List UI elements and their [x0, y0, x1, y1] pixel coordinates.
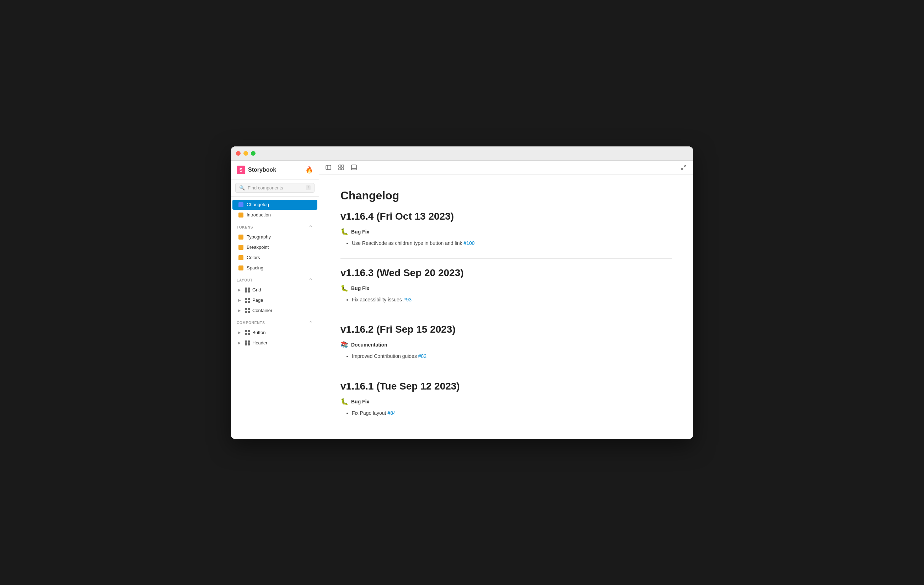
svg-rect-6 [351, 165, 356, 170]
traffic-lights [236, 151, 256, 156]
bug-fix-emoji: 🐛 [340, 284, 348, 292]
sidebar: S Storybook 🔥 🔍 Find components / [231, 160, 319, 439]
svg-rect-4 [339, 168, 341, 170]
sidebar-item-label: Introduction [247, 212, 271, 218]
section-components: COMPONENTS ⌃ [231, 316, 319, 327]
bug-fix-emoji: 🐛 [340, 398, 348, 405]
change-list: Use ReactNode as children type in button… [340, 239, 672, 247]
sidebar-item-page[interactable]: ▶ Page [233, 295, 317, 305]
svg-rect-0 [326, 165, 331, 170]
section-layout: LAYOUT ⌃ [231, 273, 319, 285]
doc-emoji: 📚 [340, 341, 348, 349]
app-body: S Storybook 🔥 🔍 Find components / [231, 160, 693, 439]
sidebar-toggle-button[interactable] [323, 162, 333, 172]
sidebar-item-label: Container [252, 308, 272, 313]
sidebar-item-spacing[interactable]: Spacing [233, 263, 317, 273]
section-tokens-label: TOKENS [237, 225, 253, 229]
change-type-label: Bug Fix [351, 229, 369, 235]
list-item: Improved Contribution guides #82 [352, 352, 672, 360]
bug-fix-emoji: 🐛 [340, 228, 348, 236]
sidebar-search: 🔍 Find components / [231, 180, 319, 197]
change-text: Improved Contribution guides [352, 353, 418, 359]
sidebar-item-label: Header [252, 340, 267, 345]
change-link[interactable]: #82 [418, 353, 426, 359]
expand-arrow-icon: ▶ [238, 341, 243, 345]
fire-icon[interactable]: 🔥 [305, 166, 313, 174]
sidebar-icon [325, 165, 331, 170]
doc-icon [238, 234, 244, 240]
change-list: Fix accessibility issues #93 [340, 296, 672, 304]
change-list: Improved Contribution guides #82 [340, 352, 672, 360]
section-layout-label: LAYOUT [237, 278, 252, 282]
grid-icon [244, 340, 250, 346]
sidebar-item-container[interactable]: ▶ Container [233, 306, 317, 316]
sidebar-item-label: Colors [247, 255, 260, 260]
sidebar-item-introduction[interactable]: Introduction [233, 210, 317, 220]
grid-view-icon [338, 165, 344, 170]
section-components-toggle[interactable]: ⌃ [309, 320, 313, 326]
expand-arrow-icon: ▶ [238, 288, 243, 292]
version-section-v1163: v1.16.3 (Wed Sep 20 2023) 🐛 Bug Fix Fix … [340, 267, 672, 304]
doc-icon [238, 245, 244, 250]
sidebar-item-colors[interactable]: Colors [233, 253, 317, 263]
change-link[interactable]: #93 [403, 297, 411, 302]
section-tokens: TOKENS ⌃ [231, 220, 319, 232]
expand-icon [351, 165, 357, 170]
change-text: Use ReactNode as children type in button… [352, 240, 464, 246]
section-divider [340, 315, 672, 315]
grid-icon [244, 330, 250, 335]
change-type: 🐛 Bug Fix [340, 398, 672, 405]
change-list: Fix Page layout #84 [340, 409, 672, 417]
sidebar-item-button[interactable]: ▶ Button [233, 328, 317, 338]
version-section-v1161: v1.16.1 (Tue Sep 12 2023) 🐛 Bug Fix Fix … [340, 381, 672, 417]
logo-letter: S [239, 167, 243, 173]
search-placeholder: Find components [248, 185, 303, 190]
svg-rect-3 [342, 165, 344, 167]
sidebar-nav: Changelog Introduction TOKENS ⌃ [231, 197, 319, 439]
section-divider [340, 258, 672, 259]
sidebar-header: S Storybook 🔥 [231, 160, 319, 180]
toolbar [319, 160, 693, 175]
minimize-button[interactable] [243, 151, 248, 156]
doc-icon [238, 202, 244, 208]
list-item: Use ReactNode as children type in button… [352, 239, 672, 247]
list-item: Fix accessibility issues #93 [352, 296, 672, 304]
sidebar-item-breakpoint[interactable]: Breakpoint [233, 242, 317, 252]
section-layout-toggle[interactable]: ⌃ [309, 278, 313, 283]
section-components-label: COMPONENTS [237, 321, 265, 325]
version-section-v1162: v1.16.2 (Fri Sep 15 2023) 📚 Documentatio… [340, 324, 672, 360]
grid-icon [244, 308, 250, 314]
svg-rect-2 [339, 165, 341, 167]
change-link[interactable]: #100 [464, 240, 474, 246]
section-tokens-toggle[interactable]: ⌃ [309, 225, 313, 230]
maximize-button[interactable] [251, 151, 256, 156]
change-type: 📚 Documentation [340, 341, 672, 349]
expand-arrow-icon: ▶ [238, 331, 243, 335]
grid-view-button[interactable] [336, 162, 346, 172]
expand-arrow-icon: ▶ [238, 309, 243, 313]
doc-icon [238, 212, 244, 218]
section-divider [340, 372, 672, 372]
change-type: 🐛 Bug Fix [340, 228, 672, 236]
change-link[interactable]: #84 [388, 410, 396, 416]
close-button[interactable] [236, 151, 241, 156]
sidebar-item-label: Spacing [247, 265, 263, 271]
svg-rect-5 [342, 168, 344, 170]
fullscreen-icon [681, 165, 686, 170]
search-box[interactable]: 🔍 Find components / [235, 183, 315, 193]
expand-panel-button[interactable] [349, 162, 359, 172]
change-type-label: Bug Fix [351, 285, 369, 291]
sidebar-item-grid[interactable]: ▶ Grid [233, 285, 317, 295]
main-content: Changelog v1.16.4 (Fri Oct 13 2023) 🐛 Bu… [319, 175, 693, 439]
version-heading: v1.16.2 (Fri Sep 15 2023) [340, 324, 672, 335]
sidebar-item-changelog[interactable]: Changelog [233, 200, 317, 210]
doc-icon [238, 265, 244, 271]
sidebar-item-header[interactable]: ▶ Header [233, 338, 317, 348]
titlebar [231, 146, 693, 160]
change-type-label: Documentation [351, 342, 388, 348]
sidebar-item-typography[interactable]: Typography [233, 232, 317, 242]
change-type-label: Bug Fix [351, 399, 369, 405]
logo-text: Storybook [248, 167, 276, 173]
fullscreen-button[interactable] [679, 162, 689, 172]
logo-icon: S [237, 165, 245, 174]
